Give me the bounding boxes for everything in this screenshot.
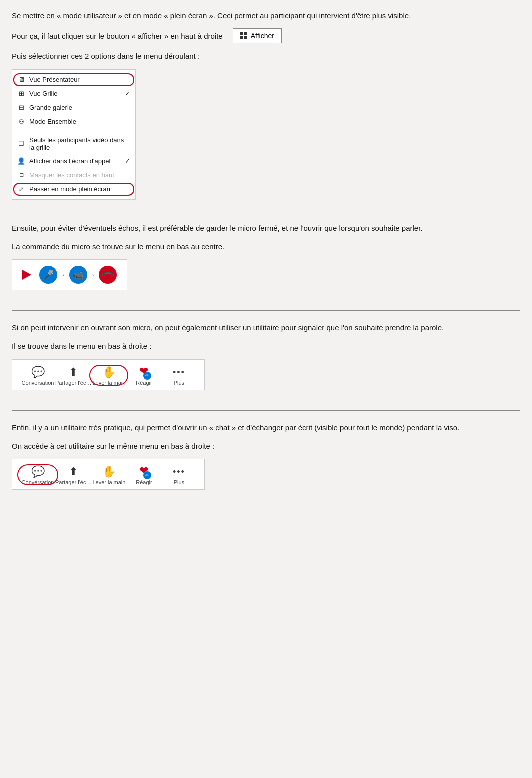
dropdown-icon-seuls-video: ☐ xyxy=(18,140,26,148)
video-button[interactable]: 📹 xyxy=(70,266,88,284)
arrow-right-icon xyxy=(22,270,32,280)
section-micro: Ensuite, pour éviter d'éventuels échos, … xyxy=(12,222,520,300)
separator-1 xyxy=(12,131,136,132)
dropdown-item-seuls-video[interactable]: ☐ Seuls les participants vidéo dans la g… xyxy=(12,134,136,154)
hangup-button[interactable]: 📞 xyxy=(99,266,117,284)
dots2-icon: ••• xyxy=(173,467,186,478)
video-icon: 📹 xyxy=(73,270,84,280)
dropdown-icon-vue-grille: ⊞ xyxy=(18,90,26,98)
checkmark-vue-grille: ✓ xyxy=(125,90,130,98)
toolbar-item-reagir[interactable]: ❤ ✏ Réagir xyxy=(126,365,162,386)
video-chevron-icon[interactable]: › xyxy=(92,272,94,278)
lever-main2-icon: ✋ xyxy=(102,466,116,478)
menu-instruction: Puis sélectionner ces 2 options dans le … xyxy=(12,50,520,62)
afficher-button[interactable]: Afficher xyxy=(233,28,282,44)
pencil-badge2-icon: ✏ xyxy=(144,472,152,480)
dropdown-icon-mode-ensemble: ⚇ xyxy=(18,118,26,126)
toolbar-chat: 💬 Conversation ⬆ Partager l'éc… ✋ Lever … xyxy=(12,459,205,490)
toolbar-raise-hand: 💬 Conversation ⬆ Partager l'éc… ✋ Lever … xyxy=(12,360,205,390)
micro-text2: La commande du micro se trouve sur le me… xyxy=(12,241,520,252)
section-chat: Enfin, il y a un utilitaire très pratiqu… xyxy=(12,422,520,500)
dropdown-menu: 🖥 Vue Présentateur ⊞ Vue Grille ✓ ⊟ Gran… xyxy=(12,70,136,200)
micro-button[interactable]: 🎤 xyxy=(40,266,58,284)
divider-1 xyxy=(12,211,520,212)
chat-text1: Enfin, il y a un utilitaire très pratiqu… xyxy=(12,422,520,434)
checkmark-afficher-ecran: ✓ xyxy=(125,158,130,165)
toolbar-item-reagir2[interactable]: ❤ ✏ Réagir xyxy=(126,464,162,486)
section-intro: Se mettre en « mode utilisateur » et en … xyxy=(12,10,520,200)
dropdown-label-seuls-video: Seuls les participants vidéo dans la gri… xyxy=(30,136,130,152)
lever-main-icon: ✋ xyxy=(102,367,116,378)
toolbar-micro: 🎤 › 📹 › 📞 xyxy=(12,260,128,290)
divider-2 xyxy=(12,310,520,311)
heart-container2: ❤ ✏ xyxy=(140,464,148,478)
afficher-row: Pour ça, il faut cliquer sur le bouton «… xyxy=(12,28,520,44)
hangup-icon: 📞 xyxy=(100,267,116,282)
pencil-badge-icon: ✏ xyxy=(144,372,152,380)
grid-icon xyxy=(240,32,248,40)
section-raise-hand: Si on peut intervenir en ouvrant son mic… xyxy=(12,322,520,400)
raise-hand-text2: Il se trouve dans le menu en bas à droit… xyxy=(12,340,520,352)
plus-label: Plus xyxy=(174,380,184,386)
toolbar-item-conversation[interactable]: 💬 Conversation xyxy=(20,367,56,386)
reagir-label: Réagir xyxy=(136,380,152,386)
reagir2-label: Réagir xyxy=(136,480,152,486)
toolbar-item-lever-main2[interactable]: ✋ Lever la main xyxy=(92,466,126,486)
dropdown-icon-grande-galerie: ⊟ xyxy=(18,104,26,112)
heart-container: ❤ ✏ xyxy=(140,365,148,378)
intro-text: Se mettre en « mode utilisateur » et en … xyxy=(12,10,520,22)
conversation2-icon: 💬 xyxy=(32,466,45,478)
lever-main2-label: Lever la main xyxy=(92,480,126,486)
partager2-label: Partager l'éc… xyxy=(56,480,92,486)
dropdown-icon-afficher-ecran: 👤 xyxy=(18,158,26,166)
dropdown-item-masquer-contacts[interactable]: ⊟ Masquer les contacts en haut xyxy=(12,168,136,182)
toolbar-item-plus2[interactable]: ••• Plus xyxy=(162,467,196,486)
dropdown-label-plein-ecran: Passer en mode plein écran xyxy=(30,186,110,193)
dropdown-label-afficher-ecran: Afficher dans l'écran d'appel xyxy=(30,158,110,165)
dropdown-icon-plein-ecran: ⤢ xyxy=(18,186,26,194)
dropdown-item-vue-presentateur[interactable]: 🖥 Vue Présentateur xyxy=(12,73,136,87)
partager2-icon: ⬆ xyxy=(69,466,78,478)
dropdown-label-masquer-contacts: Masquer les contacts en haut xyxy=(30,172,114,179)
afficher-btn-label: Afficher xyxy=(251,32,274,40)
dropdown-item-plein-ecran[interactable]: ⤢ Passer en mode plein écran xyxy=(12,182,136,196)
conversation-label: Conversation xyxy=(22,380,54,386)
dropdown-label-mode-ensemble: Mode Ensemble xyxy=(30,118,76,126)
micro-text1: Ensuite, pour éviter d'éventuels échos, … xyxy=(12,222,520,234)
raise-hand-text1: Si on peut intervenir en ouvrant son mic… xyxy=(12,322,520,334)
toolbar-item-lever-main[interactable]: ✋ Lever la main xyxy=(92,367,126,386)
partager-label: Partager l'éc… xyxy=(56,380,92,386)
conversation2-label: Conversation xyxy=(22,480,54,486)
lever-main-label: Lever la main xyxy=(92,380,126,386)
micro-chevron-icon[interactable]: › xyxy=(62,272,64,278)
partager-icon: ⬆ xyxy=(69,367,78,378)
dropdown-label-grande-galerie: Grande galerie xyxy=(30,104,72,112)
dots-icon: ••• xyxy=(173,368,186,378)
toolbar-item-partager2[interactable]: ⬆ Partager l'éc… xyxy=(56,466,92,486)
dropdown-icon-masquer-contacts: ⊟ xyxy=(18,172,26,180)
dropdown-item-vue-grille[interactable]: ⊞ Vue Grille ✓ xyxy=(12,87,136,101)
dropdown-item-grande-galerie[interactable]: ⊟ Grande galerie xyxy=(12,101,136,115)
dropdown-icon-vue-presentateur: 🖥 xyxy=(18,76,26,84)
conversation-icon: 💬 xyxy=(32,367,45,378)
chat-text2: On accède à cet utilitaire sur le même m… xyxy=(12,440,520,452)
afficher-instruction: Pour ça, il faut cliquer sur le bouton «… xyxy=(12,30,223,42)
plus2-label: Plus xyxy=(174,480,184,486)
dropdown-item-afficher-ecran[interactable]: 👤 Afficher dans l'écran d'appel ✓ xyxy=(12,154,136,168)
toolbar-item-plus[interactable]: ••• Plus xyxy=(162,368,196,386)
toolbar-item-partager[interactable]: ⬆ Partager l'éc… xyxy=(56,367,92,386)
dropdown-item-mode-ensemble[interactable]: ⚇ Mode Ensemble xyxy=(12,115,136,129)
divider-3 xyxy=(12,410,520,411)
dropdown-label-vue-grille: Vue Grille xyxy=(30,90,58,98)
micro-icon: 🎤 xyxy=(43,270,54,280)
dropdown-label-vue-presentateur: Vue Présentateur xyxy=(30,76,80,84)
toolbar-item-conversation2[interactable]: 💬 Conversation xyxy=(20,466,56,486)
